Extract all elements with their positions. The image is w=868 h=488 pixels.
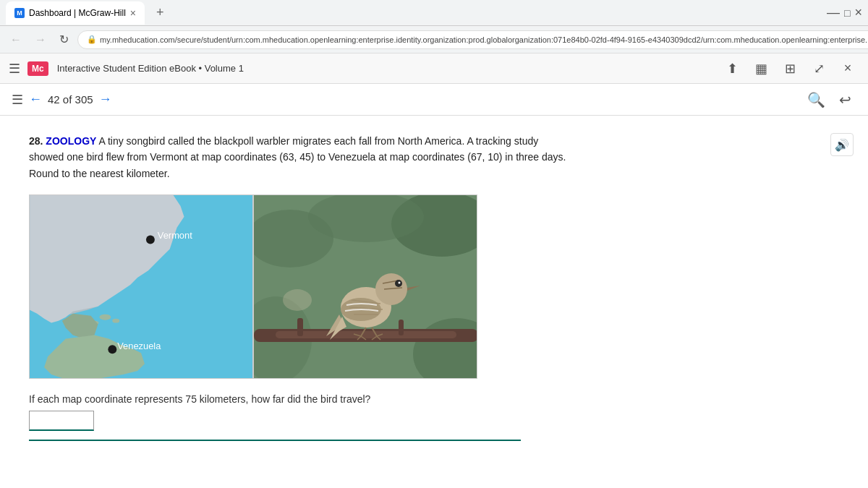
close-ebook-button[interactable]: × bbox=[836, 57, 859, 80]
subject-label: ZOOLOGY bbox=[46, 135, 96, 147]
total-pages: 305 bbox=[75, 93, 93, 106]
answer-section: If each map coordinate represents 75 kil… bbox=[29, 393, 839, 431]
images-container: Vermont Venezuela bbox=[29, 194, 499, 379]
tab-close-button[interactable]: × bbox=[130, 7, 136, 19]
main-content: 🔊 28. ZOOLOGY A tiny songbird called the… bbox=[0, 116, 868, 488]
header-icons: ⬆ ▦ ⊞ ⤢ × bbox=[720, 57, 859, 80]
undo-button[interactable]: ↩ bbox=[833, 88, 856, 111]
content-wrapper: ☰ ← 42 of 305 → 🔍 ↩ bbox=[0, 84, 868, 488]
map-image: Vermont Venezuela bbox=[29, 194, 253, 379]
next-page-button[interactable]: → bbox=[96, 89, 115, 110]
breadcrumb: Interactive Student Edition eBook • Volu… bbox=[57, 63, 244, 74]
page-toolbar: ☰ ← 42 of 305 → 🔍 ↩ bbox=[0, 84, 868, 116]
audio-icon: 🔊 bbox=[835, 138, 849, 152]
svg-text:Venezuela: Venezuela bbox=[117, 341, 161, 351]
current-page: 42 bbox=[48, 93, 60, 106]
answer-label: If each map coordinate represents 75 kil… bbox=[29, 393, 839, 405]
svg-rect-20 bbox=[297, 318, 303, 336]
url-bar[interactable]: 🔒 my.mheducation.com/secure/student/urn:… bbox=[77, 30, 868, 49]
new-tab-button[interactable]: + bbox=[150, 2, 170, 23]
bottom-divider bbox=[29, 440, 521, 441]
undo-icon: ↩ bbox=[839, 91, 851, 108]
toolbar-left: ☰ ← 42 of 305 → bbox=[12, 89, 115, 110]
search-button[interactable]: 🔍 bbox=[804, 88, 827, 111]
question-number: 28. bbox=[29, 135, 43, 147]
tab-favicon: M bbox=[14, 8, 25, 18]
bird-image bbox=[253, 194, 477, 379]
reload-button[interactable]: ↻ bbox=[55, 30, 73, 50]
svg-text:Vermont: Vermont bbox=[158, 230, 192, 241]
svg-point-23 bbox=[375, 273, 407, 305]
toc-icon[interactable]: ☰ bbox=[12, 92, 23, 108]
app-header: ☰ Mc Interactive Student Edition eBook •… bbox=[0, 53, 868, 84]
right-arrow-icon: → bbox=[99, 92, 112, 107]
audio-button[interactable]: 🔊 bbox=[830, 133, 854, 156]
tab-title: Dashboard | McGraw-Hill bbox=[29, 8, 126, 18]
window-minimize-button[interactable]: — bbox=[827, 5, 840, 20]
expand-button[interactable]: ⤢ bbox=[807, 57, 830, 80]
svg-rect-21 bbox=[399, 320, 404, 335]
left-arrow-icon: ← bbox=[29, 92, 42, 107]
svg-point-43 bbox=[283, 289, 312, 311]
svg-point-30 bbox=[399, 282, 401, 284]
window-close-button[interactable]: × bbox=[854, 5, 862, 20]
window-maximize-button[interactable]: □ bbox=[844, 7, 850, 19]
toolbar-right: 🔍 ↩ bbox=[804, 88, 856, 111]
url-text: my.mheducation.com/secure/student/urn:co… bbox=[100, 35, 868, 44]
browser-tab[interactable]: M Dashboard | McGraw-Hill × bbox=[6, 1, 145, 25]
breadcrumb-area: Interactive Student Edition eBook • Volu… bbox=[57, 63, 720, 74]
svg-point-8 bbox=[146, 236, 155, 244]
share-button[interactable]: ⬆ bbox=[720, 57, 744, 80]
svg-point-4 bbox=[112, 319, 119, 323]
browser-chrome: M Dashboard | McGraw-Hill × + — □ × bbox=[0, 0, 868, 26]
app-logo: Mc bbox=[27, 61, 48, 76]
page-indicator: 42 of 305 bbox=[48, 93, 93, 106]
nav-bar: ← → ↻ 🔒 my.mheducation.com/secure/studen… bbox=[0, 26, 868, 53]
svg-point-3 bbox=[99, 314, 111, 320]
search-icon: 🔍 bbox=[807, 91, 825, 108]
prev-page-button[interactable]: ← bbox=[26, 89, 45, 110]
answer-input[interactable] bbox=[29, 411, 94, 431]
grid-view-button[interactable]: ▦ bbox=[749, 57, 773, 80]
question-text: 28. ZOOLOGY A tiny songbird called the b… bbox=[29, 133, 571, 181]
page-of-text: of bbox=[63, 93, 75, 106]
lock-icon: 🔒 bbox=[87, 35, 97, 44]
svg-point-10 bbox=[108, 346, 116, 354]
hamburger-icon[interactable]: ☰ bbox=[9, 61, 20, 77]
back-button[interactable]: ← bbox=[6, 30, 26, 50]
question-body: A tiny songbird called the blackpoll war… bbox=[29, 135, 566, 179]
forward-button[interactable]: → bbox=[30, 30, 51, 50]
page-nav: ← 42 of 305 → bbox=[26, 89, 115, 110]
external-link-button[interactable]: ⊞ bbox=[778, 57, 801, 80]
